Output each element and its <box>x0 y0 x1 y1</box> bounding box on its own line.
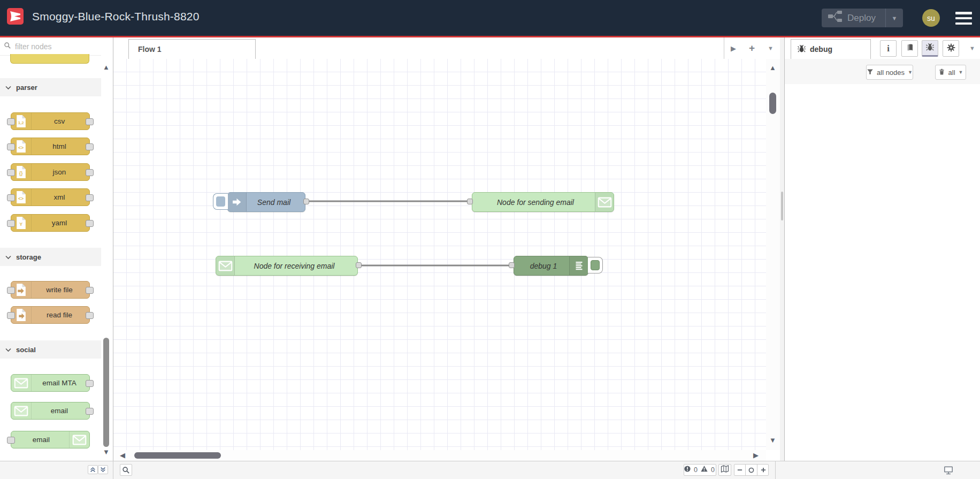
palette-node-json[interactable]: {} json <box>11 163 90 181</box>
canvas-hscroll-thumb[interactable] <box>134 452 221 459</box>
debug-tab-button[interactable] <box>922 40 938 57</box>
output-port[interactable] <box>86 143 94 150</box>
chevron-down-icon <box>5 346 11 354</box>
output-port[interactable] <box>86 287 94 294</box>
node-label: debug 1 <box>517 256 570 275</box>
add-flow-icon[interactable]: + <box>749 42 755 54</box>
flow-grid[interactable]: Send mail Node for sending email Node fo… <box>113 59 766 450</box>
help-tab-button[interactable] <box>901 40 918 57</box>
input-port[interactable] <box>7 118 15 125</box>
zoom-reset-button[interactable] <box>745 465 757 475</box>
notification-counts[interactable]: 0 0 <box>684 464 716 476</box>
deploy-button[interactable]: Deploy ▼ <box>822 9 903 27</box>
canvas-vscroll-thumb[interactable] <box>769 93 776 114</box>
output-port[interactable] <box>86 380 94 387</box>
zoom-in-button[interactable] <box>757 465 769 475</box>
error-icon <box>684 465 691 475</box>
node-red-logo-icon <box>7 8 24 25</box>
palette-node-email[interactable]: email <box>11 431 90 448</box>
palette-node-email-MTA[interactable]: email MTA <box>11 374 90 392</box>
flow-canvas-area: Flow 1 ▶ + ▼ Send mail Node for sending … <box>113 37 780 461</box>
output-port[interactable] <box>86 169 94 176</box>
flow-node-debug[interactable]: debug 1 <box>514 256 588 276</box>
palette-category-parser[interactable]: parser <box>0 78 101 96</box>
input-port[interactable] <box>7 220 15 227</box>
input-port[interactable] <box>7 169 15 176</box>
filter-nodes-input[interactable] <box>14 40 96 54</box>
bug-icon <box>798 44 806 55</box>
debug-toggle-button[interactable] <box>588 257 603 273</box>
splitter-handle[interactable] <box>781 192 783 221</box>
canvas-vscrollbar[interactable]: ▲ ▼ <box>766 59 780 450</box>
debug-filter-row: all nodes▼ all▼ <box>785 59 980 85</box>
input-port[interactable] <box>467 199 473 204</box>
palette-node-write-file[interactable]: write file <box>11 281 90 299</box>
flow-node-receive-email[interactable]: Node for receiving email <box>216 256 358 276</box>
palette-node-html[interactable]: <> html <box>11 138 90 155</box>
debug-filter-nodes-button[interactable]: all nodes▼ <box>866 65 913 80</box>
debug-message-list <box>785 84 980 461</box>
tab-debug[interactable]: debug <box>791 39 871 59</box>
flow-node-send-email[interactable]: Node for sending email <box>472 192 614 212</box>
tab-list-chevron-icon[interactable]: ▼ <box>768 45 774 51</box>
config-tab-button[interactable] <box>943 40 959 57</box>
tab-flow-1[interactable]: Flow 1 <box>128 39 256 59</box>
output-port[interactable] <box>86 194 94 201</box>
output-port[interactable] <box>356 262 362 268</box>
user-avatar[interactable]: su <box>922 9 940 27</box>
next-tab-icon[interactable]: ▶ <box>731 44 736 52</box>
flow-node-inject[interactable]: Send mail <box>227 192 305 212</box>
info-tab-button[interactable]: i <box>880 40 897 57</box>
input-port[interactable] <box>509 262 515 268</box>
palette-scroll-up-icon[interactable]: ▲ <box>103 64 110 71</box>
input-port[interactable] <box>7 194 15 201</box>
node-label: Node for sending email <box>476 193 595 211</box>
output-port[interactable] <box>86 408 94 415</box>
deploy-options-chevron-icon[interactable]: ▼ <box>886 15 903 21</box>
map-icon <box>721 465 729 475</box>
canvas-scroll-left-icon[interactable]: ◀ <box>120 452 125 459</box>
canvas-hscrollbar[interactable]: ◀ ▶ <box>113 450 766 461</box>
output-port[interactable] <box>86 118 94 125</box>
input-port[interactable] <box>7 312 15 319</box>
envelope-icon <box>216 256 235 275</box>
output-port[interactable] <box>86 220 94 227</box>
deploy-icon <box>828 11 842 25</box>
palette-node-email[interactable]: email <box>11 402 90 420</box>
palette-category-storage[interactable]: storage <box>0 248 101 266</box>
canvas-scroll-right-icon[interactable]: ▶ <box>753 452 759 459</box>
palette-scroll-thumb[interactable] <box>103 338 109 447</box>
output-port[interactable] <box>86 312 94 319</box>
svg-text:{}: {} <box>19 171 23 176</box>
input-port[interactable] <box>7 143 15 150</box>
canvas-scroll-down-icon[interactable]: ▼ <box>769 437 776 444</box>
palette-category-social[interactable]: social <box>0 340 101 359</box>
palette-node-read-file[interactable]: read file <box>11 306 90 324</box>
tab-toolbar: ▶ + ▼ <box>724 37 780 59</box>
debug-clear-button[interactable]: all▼ <box>935 65 966 80</box>
palette-node-csv[interactable]: 1,2 csv <box>11 112 90 130</box>
navigator-button[interactable] <box>718 464 731 476</box>
sidebar-splitter[interactable] <box>780 37 784 479</box>
deploy-label: Deploy <box>847 13 885 24</box>
output-port[interactable] <box>303 199 309 204</box>
input-port[interactable] <box>7 287 15 294</box>
palette-sidebar: parser 1,2 csv <> html {} json <> xml Y … <box>0 37 113 461</box>
palette-scroll-down-icon[interactable]: ▼ <box>103 448 110 455</box>
sidebar-menu-chevron-icon[interactable]: ▼ <box>969 45 975 51</box>
palette-expand-all-button[interactable] <box>98 465 108 474</box>
canvas-scroll-up-icon[interactable]: ▲ <box>769 64 776 71</box>
main-menu-icon[interactable] <box>955 12 972 25</box>
zoom-controls <box>734 464 769 476</box>
zoom-out-button[interactable] <box>734 465 745 475</box>
debug-popout-button[interactable] <box>944 466 953 477</box>
palette-node-yaml[interactable]: Y yaml <box>11 214 90 232</box>
palette-collapse-all-button[interactable] <box>88 465 98 474</box>
gear-icon <box>947 43 955 54</box>
palette-node-xml[interactable]: <> xml <box>11 188 90 206</box>
node-label: Send mail <box>246 193 302 211</box>
inject-button[interactable] <box>213 193 228 210</box>
input-port[interactable] <box>7 437 15 444</box>
canvas-search-button[interactable] <box>120 464 132 476</box>
funnel-icon <box>867 69 874 77</box>
